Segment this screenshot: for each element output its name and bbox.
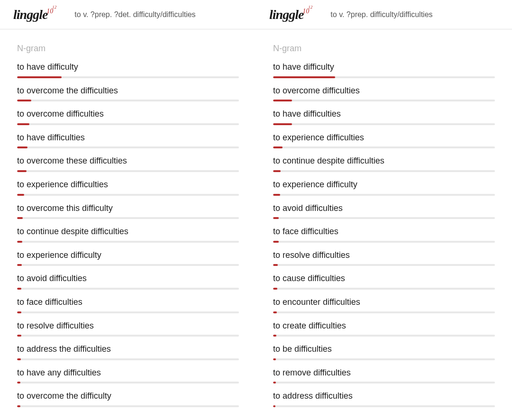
ngram-bar-track bbox=[17, 382, 239, 383]
ngram-text: to experience difficulty bbox=[273, 180, 495, 190]
logo[interactable]: linggle 10 12 bbox=[269, 7, 314, 22]
ngram-bar-fill bbox=[17, 264, 22, 266]
ngram-item[interactable]: to have difficulty bbox=[273, 62, 495, 78]
ngram-item[interactable]: to resolve difficulties bbox=[17, 321, 239, 337]
ngram-bar-track bbox=[17, 335, 239, 337]
ngram-bar-fill bbox=[273, 264, 278, 266]
ngram-text: to have difficulties bbox=[273, 109, 495, 119]
right-panel: linggle 10 12 N-gram to have difficultyt… bbox=[256, 0, 512, 420]
ngram-text: to overcome the difficulties bbox=[17, 86, 239, 96]
ngram-bar-track bbox=[273, 311, 495, 313]
ngram-item[interactable]: to continue despite difficulties bbox=[273, 156, 495, 172]
ngram-item[interactable]: to overcome the difficulty bbox=[17, 391, 239, 407]
header-right: linggle 10 12 bbox=[256, 0, 512, 29]
ngram-item[interactable]: to be difficulties bbox=[273, 344, 495, 360]
logo-text: linggle bbox=[269, 7, 303, 22]
ngram-item[interactable]: to experience difficulty bbox=[273, 180, 495, 196]
ngram-item[interactable]: to experience difficulties bbox=[273, 133, 495, 149]
ngram-item[interactable]: to have any difficulties bbox=[17, 368, 239, 384]
search-input-left[interactable] bbox=[68, 5, 251, 24]
ngram-bar-track bbox=[273, 288, 495, 290]
ngram-item[interactable]: to continue despite difficulties bbox=[17, 227, 239, 243]
ngram-item[interactable]: to experience difficulty bbox=[17, 250, 239, 266]
ngram-item[interactable]: to have difficulty bbox=[17, 62, 239, 78]
ngram-bar-track bbox=[273, 170, 495, 172]
ngram-bar-track bbox=[273, 335, 495, 337]
ngram-text: to create difficulties bbox=[273, 321, 495, 331]
ngram-item[interactable]: to create difficulties bbox=[273, 321, 495, 337]
ngram-item[interactable]: to have difficulties bbox=[273, 109, 495, 125]
ngram-text: to encounter difficulties bbox=[273, 297, 495, 308]
results-left: N-gram to have difficultyto overcome the… bbox=[0, 29, 256, 415]
logo-exponent-sup: 12 bbox=[308, 5, 312, 9]
ngram-text: to be difficulties bbox=[273, 344, 495, 355]
ngram-bar-fill bbox=[17, 335, 21, 337]
ngram-text: to have difficulty bbox=[17, 62, 239, 73]
ngram-bar-fill bbox=[17, 170, 27, 172]
ngram-bar-fill bbox=[17, 241, 22, 243]
ngram-bar-track bbox=[17, 170, 239, 172]
ngram-bar-fill bbox=[17, 76, 62, 78]
results-right: N-gram to have difficultyto overcome dif… bbox=[256, 29, 512, 415]
ngram-bar-track bbox=[17, 358, 239, 360]
ngram-bar-fill bbox=[17, 358, 21, 360]
ngram-item[interactable]: to remove difficulties bbox=[273, 368, 495, 384]
ngram-item[interactable]: to avoid difficulties bbox=[273, 203, 495, 219]
ngram-text: to continue despite difficulties bbox=[273, 156, 495, 166]
ngram-item[interactable]: to address the difficulties bbox=[17, 344, 239, 360]
ngram-text: to overcome the difficulty bbox=[17, 391, 239, 402]
ngram-item[interactable]: to encounter difficulties bbox=[273, 297, 495, 313]
ngram-bar-track bbox=[17, 217, 239, 219]
ngram-item[interactable]: to experience difficulties bbox=[17, 180, 239, 196]
ngram-item[interactable]: to overcome difficulties bbox=[273, 86, 495, 102]
ngram-bar-fill bbox=[17, 217, 23, 219]
logo[interactable]: linggle 10 12 bbox=[13, 7, 58, 22]
ngram-bar-fill bbox=[273, 123, 292, 125]
ngram-bar-fill bbox=[17, 100, 31, 101]
ngram-bar-track bbox=[17, 194, 239, 196]
ngram-bar-fill bbox=[273, 335, 276, 337]
ngram-bar-track bbox=[17, 123, 239, 125]
ngram-bar-track bbox=[273, 217, 495, 219]
ngram-bar-track bbox=[17, 241, 239, 243]
ngram-bar-fill bbox=[17, 194, 24, 196]
ngram-item[interactable]: to overcome the difficulties bbox=[17, 86, 239, 102]
ngram-bar-track bbox=[273, 264, 495, 266]
ngram-item[interactable]: to face difficulties bbox=[273, 227, 495, 243]
ngram-bar-fill bbox=[273, 358, 276, 360]
ngram-item[interactable]: to cause difficulties bbox=[273, 274, 495, 290]
ngram-bar-fill bbox=[17, 146, 27, 148]
ngram-bar-fill bbox=[273, 382, 276, 383]
ngram-bar-track bbox=[273, 382, 495, 383]
ngram-bar-track bbox=[17, 76, 239, 78]
ngram-item[interactable]: to resolve difficulties bbox=[273, 250, 495, 266]
ngram-bar-fill bbox=[273, 217, 279, 219]
section-title-right: N-gram bbox=[273, 44, 495, 54]
ngram-item[interactable]: to address difficulties bbox=[273, 391, 495, 407]
ngram-bar-track bbox=[17, 100, 239, 101]
search-input-right[interactable] bbox=[324, 5, 507, 24]
ngram-bar-fill bbox=[273, 311, 277, 313]
ngram-bar-fill bbox=[273, 241, 279, 243]
ngram-item[interactable]: to overcome this difficulty bbox=[17, 203, 239, 219]
ngram-text: to experience difficulties bbox=[17, 180, 239, 190]
ngram-bar-track bbox=[17, 146, 239, 148]
ngram-bar-track bbox=[273, 100, 495, 101]
logo-exponent-sup: 12 bbox=[52, 5, 56, 9]
ngram-text: to cause difficulties bbox=[273, 274, 495, 284]
ngram-bar-track bbox=[17, 288, 239, 290]
ngram-item[interactable]: to face difficulties bbox=[17, 297, 239, 313]
ngram-text: to resolve difficulties bbox=[273, 250, 495, 261]
ngram-item[interactable]: to overcome difficulties bbox=[17, 109, 239, 125]
ngram-item[interactable]: to overcome these difficulties bbox=[17, 156, 239, 172]
ngram-bar-fill bbox=[17, 123, 29, 125]
ngram-bar-fill bbox=[273, 146, 283, 148]
ngram-bar-track bbox=[273, 405, 495, 407]
ngram-text: to have difficulties bbox=[17, 133, 239, 143]
ngram-bar-track bbox=[17, 405, 239, 407]
ngram-item[interactable]: to avoid difficulties bbox=[17, 274, 239, 290]
ngram-bar-track bbox=[273, 123, 495, 125]
ngram-text: to avoid difficulties bbox=[273, 203, 495, 214]
ngram-item[interactable]: to have difficulties bbox=[17, 133, 239, 149]
ngram-text: to address difficulties bbox=[273, 391, 495, 402]
